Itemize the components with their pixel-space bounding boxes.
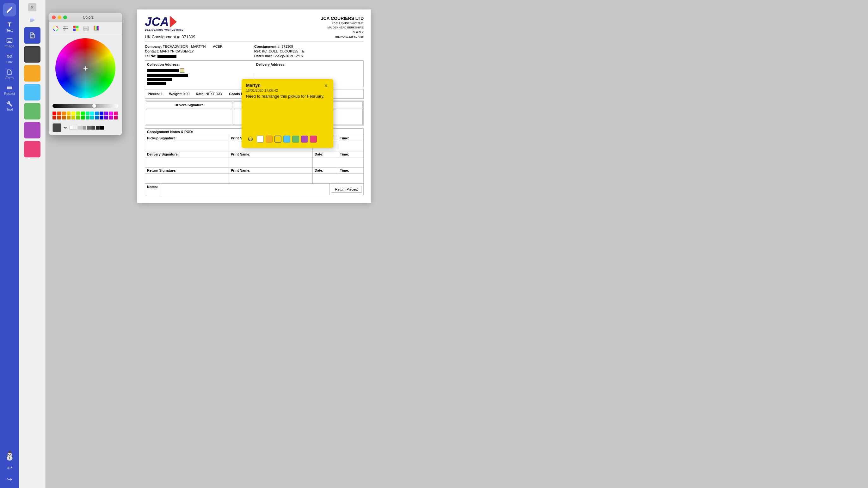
panel-close-dot[interactable] xyxy=(52,15,56,19)
app-logo[interactable] xyxy=(3,3,16,17)
tab-sliders[interactable] xyxy=(61,24,70,33)
sticky-color-green[interactable] xyxy=(292,136,299,142)
sticky-note-content[interactable]: Need to rearrange this pickup for Februa… xyxy=(246,94,329,131)
mini-swatch[interactable] xyxy=(71,116,75,120)
mini-swatch[interactable] xyxy=(67,111,70,116)
mini-swatch[interactable] xyxy=(76,111,80,116)
sidebar-tool-redact-label: Redact xyxy=(4,92,15,95)
color-wheel[interactable] xyxy=(55,38,116,98)
sticky-note-close-button[interactable]: ✕ xyxy=(323,83,329,89)
mini-swatch[interactable] xyxy=(86,111,90,116)
sidebar-tool-text[interactable]: Text xyxy=(0,19,19,35)
brightness-slider-container[interactable] xyxy=(49,101,122,110)
swatch-black[interactable] xyxy=(100,126,104,130)
text-tool-icon xyxy=(6,22,13,28)
sidebar-tool-image[interactable]: Image xyxy=(0,35,19,51)
undo-button[interactable]: ↩ xyxy=(4,462,15,474)
swatch-darkgray[interactable] xyxy=(83,126,86,130)
svg-marker-20 xyxy=(170,16,177,28)
mini-swatch[interactable] xyxy=(90,116,94,120)
mini-swatch[interactable] xyxy=(76,116,80,120)
swatch-almostblack[interactable] xyxy=(91,126,95,130)
notes-content[interactable] xyxy=(160,184,330,195)
colors-panel: Colors xyxy=(49,13,122,135)
color-swatch-orange[interactable] xyxy=(24,65,40,82)
sidebar-tool-tool[interactable]: Tool xyxy=(0,98,19,114)
mini-swatch[interactable] xyxy=(67,116,70,120)
swatch-nearblack[interactable] xyxy=(96,126,100,130)
mini-swatch[interactable] xyxy=(81,111,85,116)
insert-text-button[interactable] xyxy=(19,14,45,26)
brightness-slider-track[interactable] xyxy=(53,104,118,108)
return-pieces-button[interactable]: Return Pieces: xyxy=(332,186,362,193)
pickup-sig-cell xyxy=(145,141,229,151)
brightness-slider-thumb[interactable] xyxy=(92,104,96,108)
mini-swatch[interactable] xyxy=(86,116,90,120)
sidebar-tool-form[interactable]: Form xyxy=(0,66,19,82)
swatch-gray[interactable] xyxy=(78,126,82,130)
mini-swatch[interactable] xyxy=(62,111,66,116)
sidebar-tool-link[interactable]: Link xyxy=(0,51,19,66)
sticky-stamp-icon[interactable] xyxy=(246,135,255,143)
mini-swatch[interactable] xyxy=(57,116,61,120)
active-tool-button[interactable] xyxy=(24,27,40,44)
svg-rect-12 xyxy=(76,29,79,31)
tab-color-wheel[interactable] xyxy=(51,24,60,33)
stamp-svg-icon xyxy=(247,136,254,142)
mini-swatch[interactable] xyxy=(95,116,99,120)
sig-drivers-cell xyxy=(146,109,232,125)
sidebar-tool-redact[interactable]: Redact xyxy=(0,82,19,98)
swatch-white[interactable] xyxy=(69,126,73,130)
rate-value: NEXT DAY xyxy=(206,92,223,96)
mini-swatch[interactable] xyxy=(100,111,103,116)
jca-logo: J C A DELIVERING WORLDWIDE xyxy=(145,16,195,31)
color-swatch-purple[interactable] xyxy=(24,122,40,138)
sliders-icon xyxy=(63,25,69,32)
mini-swatch[interactable] xyxy=(104,111,108,116)
mini-swatch[interactable] xyxy=(62,116,66,120)
color-swatch-green[interactable] xyxy=(24,103,40,120)
tab-pencil-set[interactable] xyxy=(92,24,100,33)
color-swatch-cyan[interactable] xyxy=(24,84,40,100)
company-address2: MAIDENHEAD BERKSHIRE xyxy=(321,25,364,30)
mini-swatch[interactable] xyxy=(57,111,61,116)
mini-swatch[interactable] xyxy=(109,111,113,116)
sticky-color-pink[interactable] xyxy=(310,136,317,142)
mini-swatch[interactable] xyxy=(53,111,56,116)
mini-swatch[interactable] xyxy=(95,111,99,116)
field-contact: Contact: MARTYN CASSERLY xyxy=(145,49,254,53)
mini-swatch[interactable] xyxy=(81,116,85,120)
swatch-lightgray[interactable] xyxy=(74,126,78,130)
color-swatch-dark[interactable] xyxy=(24,46,40,63)
mini-swatch[interactable] xyxy=(53,116,56,120)
snowman-icon[interactable]: ⛄ xyxy=(4,450,15,461)
tab-palettes[interactable] xyxy=(71,24,80,33)
swatch-verydarkgray[interactable] xyxy=(87,126,91,130)
mini-swatch[interactable] xyxy=(114,111,118,116)
sticky-color-purple[interactable] xyxy=(301,136,308,142)
field-datetime-value: 12-Sep-2019 12:16 xyxy=(273,54,303,58)
svg-point-6 xyxy=(64,26,65,28)
sticky-color-cyan[interactable] xyxy=(283,136,290,142)
redo-button[interactable]: ↪ xyxy=(4,474,15,485)
current-color-preview[interactable] xyxy=(53,123,61,132)
sticky-color-yellow[interactable] xyxy=(275,136,281,142)
bottom-swatches xyxy=(69,126,118,130)
eyedropper-icon[interactable]: ✒ xyxy=(63,125,67,131)
mini-swatch[interactable] xyxy=(100,116,103,120)
sticky-color-orange[interactable] xyxy=(266,136,273,142)
color-swatch-pink[interactable] xyxy=(24,141,40,157)
mini-swatch[interactable] xyxy=(90,111,94,116)
delivery-sig-cell xyxy=(145,157,229,167)
delivery-label: Delivery Address: xyxy=(256,63,362,66)
tab-image-palettes[interactable] xyxy=(82,24,90,33)
svg-rect-3 xyxy=(63,27,69,27)
mini-swatch[interactable] xyxy=(109,116,113,120)
sticky-color-white[interactable] xyxy=(257,136,264,142)
color-wheel-container[interactable] xyxy=(49,35,122,101)
mini-swatch[interactable] xyxy=(71,111,75,116)
mini-swatch[interactable] xyxy=(114,116,118,120)
mini-swatch[interactable] xyxy=(104,116,108,120)
sticky-note-author: Martyn xyxy=(246,83,278,88)
close-panel-button[interactable]: ✕ xyxy=(28,3,36,11)
